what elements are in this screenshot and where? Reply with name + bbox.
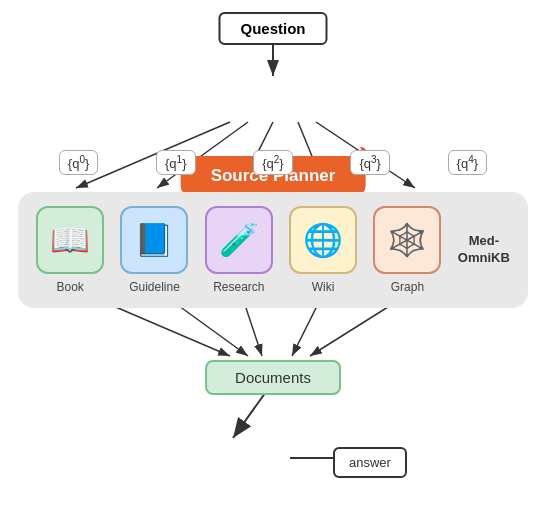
query-label-4: {q4} bbox=[448, 150, 487, 175]
wiki-label: Wiki bbox=[312, 280, 335, 294]
query-label-0: {q0} bbox=[59, 150, 98, 175]
research-icon: 🧪 bbox=[205, 206, 273, 274]
query-label-1: {q1} bbox=[156, 150, 195, 175]
wiki-icon: 🌐 bbox=[289, 206, 357, 274]
med-omnikb-label: Med-OmniKB bbox=[458, 233, 510, 267]
query-row: {q0} {q1} {q2} {q3} {q4} bbox=[30, 150, 516, 175]
book-label: Book bbox=[56, 280, 83, 294]
kb-item-research: 🧪 Research bbox=[205, 206, 273, 294]
graph-label: Graph bbox=[391, 280, 424, 294]
query-label-2: {q2} bbox=[253, 150, 292, 175]
answer-box: answer bbox=[333, 447, 407, 478]
research-label: Research bbox=[213, 280, 264, 294]
kb-item-guideline: 📘 Guideline bbox=[120, 206, 188, 294]
diagram: Question Source Planner 🔥 {q0} {q1} {q2}… bbox=[0, 0, 546, 530]
documents-label: Documents bbox=[235, 369, 311, 386]
kb-container: 📖 Book 📘 Guideline 🧪 Research 🌐 Wiki 🕸️ … bbox=[18, 192, 528, 308]
query-label-3: {q3} bbox=[350, 150, 389, 175]
question-label: Question bbox=[240, 20, 305, 37]
guideline-icon: 📘 bbox=[120, 206, 188, 274]
documents-box: Documents bbox=[205, 360, 341, 395]
kb-item-wiki: 🌐 Wiki bbox=[289, 206, 357, 294]
graph-icon: 🕸️ bbox=[373, 206, 441, 274]
book-icon: 📖 bbox=[36, 206, 104, 274]
guideline-label: Guideline bbox=[129, 280, 180, 294]
answer-label: answer bbox=[349, 455, 391, 470]
kb-item-graph: 🕸️ Graph bbox=[373, 206, 441, 294]
question-box: Question bbox=[218, 12, 327, 45]
kb-item-book: 📖 Book bbox=[36, 206, 104, 294]
